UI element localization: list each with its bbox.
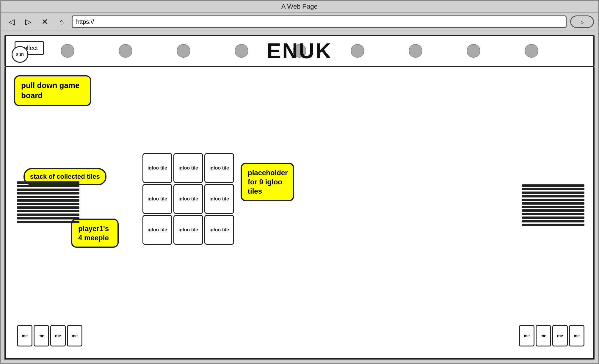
meeple-right-4[interactable]: me bbox=[569, 325, 584, 346]
stack-line bbox=[17, 203, 79, 205]
stack-line bbox=[522, 192, 584, 194]
igloo-tile-5[interactable]: igloo tile bbox=[204, 184, 234, 214]
stack-line bbox=[17, 214, 79, 216]
stack-line bbox=[17, 185, 79, 187]
stack-line bbox=[522, 220, 584, 222]
stack-line bbox=[522, 184, 584, 187]
nav-bar: ◁ ▷ ✕ ⌂ ⌕ bbox=[1, 13, 598, 31]
igloo-tile-4[interactable]: igloo tile bbox=[173, 184, 203, 214]
home-icon: ⌂ bbox=[59, 17, 64, 26]
igloo-tile-1[interactable]: igloo tile bbox=[173, 153, 203, 183]
browser-window: A Web Page ◁ ▷ ✕ ⌂ ⌕ collect sun bbox=[0, 0, 599, 364]
stack-line bbox=[17, 217, 79, 219]
stack-line bbox=[522, 213, 584, 215]
meeple-right-3[interactable]: me bbox=[552, 325, 568, 346]
game-header: collect sun ENUK bbox=[4, 35, 595, 67]
stack-line bbox=[17, 199, 79, 202]
pull-down-label[interactable]: pull down game board bbox=[14, 75, 91, 106]
tile-stack-right bbox=[522, 184, 584, 226]
stack-line bbox=[17, 189, 79, 191]
stack-line bbox=[522, 202, 584, 205]
stack-line bbox=[17, 221, 79, 223]
forward-button[interactable]: ▷ bbox=[22, 15, 35, 28]
sun-badge: sun bbox=[12, 46, 28, 63]
stack-line bbox=[17, 192, 79, 194]
back-icon: ◁ bbox=[9, 17, 15, 26]
stack-line bbox=[522, 195, 584, 197]
igloo-tile-7[interactable]: igloo tile bbox=[173, 215, 203, 245]
title-bar: A Web Page bbox=[1, 1, 598, 13]
stack-line bbox=[522, 224, 584, 226]
home-button[interactable]: ⌂ bbox=[55, 15, 68, 28]
stack-line bbox=[17, 181, 79, 184]
stack-line bbox=[17, 206, 79, 209]
close-button[interactable]: ✕ bbox=[38, 15, 51, 28]
meeple-row-right: me me me me bbox=[519, 325, 584, 346]
igloo-tile-0[interactable]: igloo tile bbox=[142, 153, 172, 183]
igloo-tile-8[interactable]: igloo tile bbox=[204, 215, 234, 245]
meeple-right-2[interactable]: me bbox=[536, 325, 551, 346]
header-circle-3 bbox=[177, 44, 190, 58]
meeple-2[interactable]: me bbox=[34, 325, 49, 346]
header-circle-8 bbox=[467, 44, 480, 58]
search-button[interactable]: ⌕ bbox=[570, 15, 594, 28]
stack-line bbox=[522, 216, 584, 219]
placeholder-label: placeholder for 9 igloo tiles bbox=[241, 163, 294, 201]
address-bar[interactable] bbox=[72, 15, 567, 28]
meeple-3[interactable]: me bbox=[50, 325, 66, 346]
stack-line bbox=[17, 196, 79, 198]
tile-stack-left bbox=[17, 181, 79, 223]
game-container: collect sun ENUK pull down game bbox=[1, 31, 598, 363]
header-circle-2 bbox=[119, 44, 132, 58]
igloo-tile-2[interactable]: igloo tile bbox=[204, 153, 234, 183]
stack-line bbox=[522, 199, 584, 201]
meeple-4[interactable]: me bbox=[67, 325, 82, 346]
header-circle-7 bbox=[409, 44, 422, 58]
page-title: A Web Page bbox=[281, 3, 318, 10]
game-title: ENUK bbox=[267, 39, 332, 63]
stack-line bbox=[17, 210, 79, 212]
game-board[interactable]: pull down game board stack of collected … bbox=[4, 67, 595, 360]
meeple-row-left: me me me me bbox=[17, 325, 82, 346]
header-circle-1 bbox=[61, 44, 74, 58]
igloo-tile-6[interactable]: igloo tile bbox=[142, 215, 172, 245]
search-icon: ⌕ bbox=[581, 19, 584, 25]
stack-line bbox=[522, 188, 584, 190]
back-button[interactable]: ◁ bbox=[5, 15, 18, 28]
igloo-tile-3[interactable]: igloo tile bbox=[142, 184, 172, 214]
stack-line bbox=[522, 206, 584, 208]
meeple-right-1[interactable]: me bbox=[519, 325, 534, 346]
close-icon: ✕ bbox=[42, 17, 48, 26]
igloo-grid: igloo tile igloo tile igloo tile igloo t… bbox=[142, 153, 234, 245]
header-circle-4 bbox=[235, 44, 248, 58]
header-circle-6 bbox=[351, 44, 364, 58]
header-circle-9 bbox=[525, 44, 538, 58]
meeple-1[interactable]: me bbox=[17, 325, 32, 346]
stack-line bbox=[522, 209, 584, 212]
forward-icon: ▷ bbox=[25, 17, 31, 26]
